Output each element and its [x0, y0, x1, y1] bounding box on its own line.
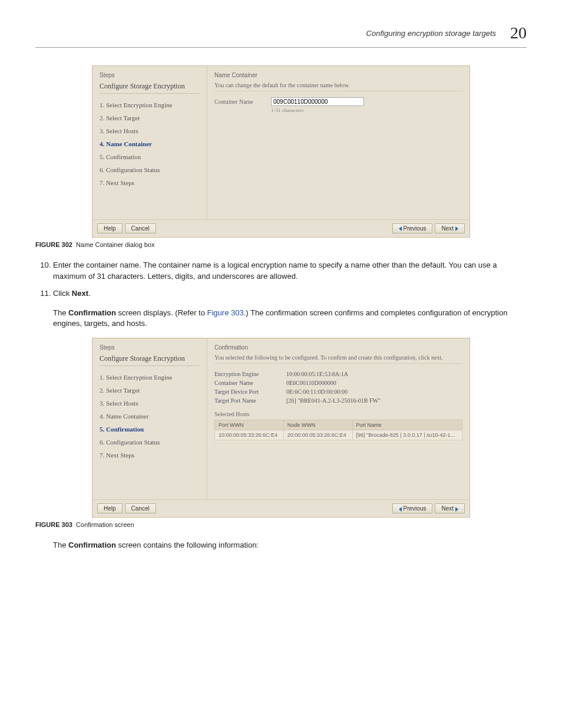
- steps-header: Steps: [100, 344, 200, 351]
- cancel-button[interactable]: Cancel: [125, 223, 156, 233]
- kv-row: Container Name0E6C00110D000000: [214, 378, 462, 387]
- wizard-step: 2. Select Target: [100, 111, 200, 124]
- kv-value: 0E:6C:00:11:0D:00:00:00: [286, 388, 462, 395]
- wizard-steps-list: 1. Select Encryption Engine 2. Select Ta…: [100, 371, 200, 462]
- selected-hosts-label: Selected Hosts: [214, 411, 462, 417]
- panel-description: You selected the following to be configu…: [214, 354, 462, 364]
- step-11-bold: Next: [72, 289, 88, 298]
- wizard-step: 6. Configuration Status: [100, 163, 200, 176]
- dialog-main-panel: Name Container You can change the defaul…: [207, 66, 470, 219]
- container-name-label: Container Name: [214, 98, 267, 105]
- wizard-step: 1. Select Encryption Engine: [100, 98, 200, 111]
- table-cell: 10:00:00:05:33:26:6C:E4: [215, 430, 284, 440]
- panel-description: You can change the default for the conta…: [214, 82, 462, 91]
- para2-c: screen contains the following informatio…: [116, 541, 259, 549]
- help-button[interactable]: Help: [97, 503, 123, 513]
- kv-value: 10:00:00:05:1E:53:8A:1A: [286, 371, 462, 377]
- para1-b: Confirmation: [68, 308, 116, 317]
- table-row[interactable]: 10:00:00:05:33:26:6C:E4 20:00:00:05:33:2…: [215, 430, 462, 440]
- kv-key: Target Port Name: [214, 397, 279, 404]
- table-cell: [96] "Brocade-825 | 3.0.0.17 | su10-42-1…: [352, 430, 462, 440]
- table-header: Port Name: [352, 420, 462, 430]
- instruction-list: Enter the container name. The container …: [35, 260, 527, 299]
- figure-label: FIGURE 302: [35, 241, 72, 248]
- step-11-text-a: Click: [53, 289, 72, 298]
- closing-paragraph: The Confirmation screen contains the fol…: [53, 540, 527, 551]
- wizard-step: 2. Select Target: [100, 384, 200, 397]
- next-label: Next: [441, 225, 454, 232]
- figure-text: Name Container dialog box: [76, 241, 154, 248]
- para1-c: screen displays. (Refer to: [116, 308, 207, 317]
- wizard-step: 1. Select Encryption Engine: [100, 371, 200, 384]
- page-header: Configuring encryption storage targets 2…: [35, 24, 527, 48]
- wizard-step: 6. Configuration Status: [100, 436, 200, 449]
- table-cell: 20:00:00:05:33:26:6C:E4: [283, 430, 352, 440]
- kv-value: [26] "BRE041-A.2-L3-25016-01B FW": [286, 397, 462, 404]
- help-button[interactable]: Help: [97, 223, 123, 233]
- kv-row: Target Port Name[26] "BRE041-A.2-L3-2501…: [214, 396, 462, 405]
- figure-caption-302: FIGURE 302 Name Container dialog box: [35, 241, 527, 248]
- kv-row: Target Device Port0E:6C:00:11:0D:00:00:0…: [214, 387, 462, 396]
- arrow-left-icon: [399, 507, 402, 512]
- confirmation-paragraph: The Confirmation screen displays. (Refer…: [53, 308, 527, 330]
- figure-text: Confirmation screen: [76, 521, 134, 528]
- wizard-step: 4. Name Container: [100, 410, 200, 423]
- previous-button[interactable]: Previous: [392, 223, 433, 233]
- para1-a: The: [53, 308, 68, 317]
- confirmation-dialog: Steps Configure Storage Encryption 1. Se…: [92, 338, 470, 518]
- arrow-right-icon: [455, 226, 458, 231]
- steps-header: Steps: [100, 72, 200, 78]
- figure-label: FIGURE 303: [35, 521, 72, 528]
- wizard-title: Configure Storage Encryption: [100, 82, 200, 94]
- arrow-right-icon: [455, 507, 458, 512]
- panel-header: Name Container: [214, 72, 462, 78]
- wizard-step: 3. Select Hosts: [100, 397, 200, 410]
- kv-key: Target Device Port: [214, 388, 279, 395]
- step-11-text-c: .: [88, 289, 91, 298]
- wizard-step: 7. Next Steps: [100, 449, 200, 462]
- previous-label: Previous: [404, 505, 427, 512]
- step-10: Enter the container name. The container …: [53, 260, 527, 282]
- previous-label: Previous: [404, 225, 427, 232]
- name-container-dialog: Steps Configure Storage Encryption 1. Se…: [92, 65, 470, 238]
- arrow-left-icon: [399, 226, 402, 231]
- wizard-step: 7. Next Steps: [100, 176, 200, 189]
- dialog-main-panel: Confirmation You selected the following …: [207, 338, 470, 499]
- para2-a: The: [53, 541, 68, 549]
- step-11: Click Next.: [53, 288, 527, 299]
- wizard-step: 5. Confirmation: [100, 150, 200, 163]
- wizard-steps-list: 1. Select Encryption Engine 2. Select Ta…: [100, 98, 200, 189]
- wizard-steps-column: Steps Configure Storage Encryption 1. Se…: [92, 338, 207, 499]
- wizard-step-active: 4. Name Container: [100, 137, 200, 150]
- next-button[interactable]: Next: [435, 503, 465, 513]
- container-name-hint: 1-31 characters: [271, 107, 462, 113]
- previous-button[interactable]: Previous: [392, 503, 433, 513]
- container-name-input[interactable]: [271, 97, 364, 106]
- kv-key: Encryption Engine: [214, 371, 279, 377]
- kv-row: Encryption Engine10:00:00:05:1E:53:8A:1A: [214, 370, 462, 378]
- table-header: Port WWN: [215, 420, 284, 430]
- figure-caption-303: FIGURE 303 Confirmation screen: [35, 521, 527, 528]
- wizard-step-active: 5. Confirmation: [100, 423, 200, 436]
- wizard-step: 3. Select Hosts: [100, 124, 200, 137]
- cancel-button[interactable]: Cancel: [125, 503, 156, 513]
- kv-value: 0E6C00110D000000: [286, 380, 462, 386]
- wizard-steps-column: Steps Configure Storage Encryption 1. Se…: [92, 66, 207, 219]
- next-button[interactable]: Next: [435, 223, 465, 233]
- para2-b: Confirmation: [68, 541, 116, 549]
- page-header-title: Configuring encryption storage targets: [366, 29, 496, 38]
- panel-header: Confirmation: [214, 344, 462, 351]
- figure-303-link[interactable]: Figure 303: [207, 308, 244, 317]
- kv-key: Container Name: [214, 380, 279, 386]
- selected-hosts-table: Port WWN Node WWN Port Name 10:00:00:05:…: [214, 420, 462, 440]
- next-label: Next: [441, 505, 454, 512]
- chapter-number: 20: [510, 24, 527, 42]
- wizard-title: Configure Storage Encryption: [100, 354, 200, 366]
- table-header: Node WWN: [283, 420, 352, 430]
